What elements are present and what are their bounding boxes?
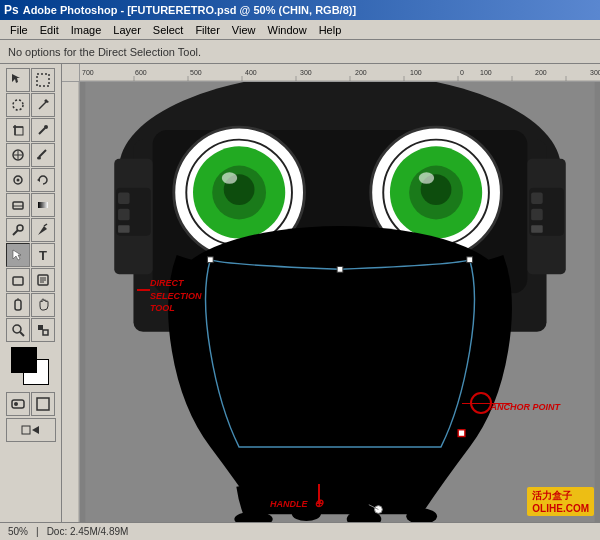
tool-heal[interactable]	[6, 143, 30, 167]
svg-rect-38	[37, 398, 49, 410]
tool-eraser[interactable]	[6, 193, 30, 217]
svg-rect-95	[118, 192, 130, 204]
canvas-area: 700 600 500 400 300 200 100 0 100 200 30…	[62, 64, 600, 522]
quick-mask[interactable]	[6, 392, 30, 416]
svg-text:600: 600	[135, 69, 147, 76]
menu-help[interactable]: Help	[313, 22, 348, 38]
svg-rect-97	[118, 225, 130, 233]
svg-rect-89	[337, 266, 343, 272]
tool-gradient[interactable]	[31, 193, 55, 217]
options-bar: No options for the Direct Selection Tool…	[0, 40, 600, 64]
menu-window[interactable]: Window	[262, 22, 313, 38]
tool-direct-select[interactable]	[6, 243, 30, 267]
svg-line-22	[13, 230, 18, 235]
tool-zoom[interactable]	[6, 318, 30, 342]
annotation-line-tool	[137, 289, 150, 291]
svg-rect-39	[22, 426, 30, 434]
svg-rect-1	[37, 74, 49, 86]
tool-eyedropper[interactable]	[31, 118, 55, 142]
svg-point-37	[14, 402, 18, 406]
tool-history-brush[interactable]	[31, 168, 55, 192]
svg-rect-88	[207, 257, 213, 263]
options-text: No options for the Direct Selection Tool…	[8, 46, 201, 58]
handle-annotation: HANDLE ⊕	[270, 497, 323, 510]
svg-line-13	[39, 150, 46, 157]
svg-text:100: 100	[410, 69, 422, 76]
svg-text:700: 700	[82, 69, 94, 76]
tool-hand[interactable]	[31, 293, 55, 317]
svg-point-2	[13, 100, 23, 110]
foreground-color[interactable]	[11, 347, 37, 373]
tool-crop[interactable]	[6, 118, 30, 142]
svg-line-3	[39, 102, 46, 109]
tool-eyedropper2[interactable]	[6, 293, 30, 317]
svg-marker-40	[32, 426, 39, 434]
menu-filter[interactable]: Filter	[189, 22, 225, 38]
svg-rect-90	[467, 257, 473, 263]
svg-rect-30	[15, 300, 21, 310]
canvas-container: DIRECTSELECTIONTOOL ANCHOR POINT HANDLE …	[80, 82, 600, 522]
svg-point-32	[13, 325, 21, 333]
menu-file[interactable]: File	[4, 22, 34, 38]
svg-rect-20	[38, 202, 48, 208]
tool-lasso[interactable]	[6, 93, 30, 117]
svg-point-71	[222, 172, 237, 184]
svg-point-16	[17, 179, 20, 182]
svg-line-23	[44, 224, 47, 226]
tool-dodge[interactable]	[6, 218, 30, 242]
menu-edit[interactable]: Edit	[34, 22, 65, 38]
tool-selection[interactable]	[31, 68, 55, 92]
tool-magic-wand[interactable]	[31, 93, 55, 117]
tool-notes[interactable]	[31, 268, 55, 292]
menu-select[interactable]: Select	[147, 22, 190, 38]
menu-view[interactable]: View	[226, 22, 262, 38]
tool-pen[interactable]	[31, 218, 55, 242]
svg-text:500: 500	[190, 69, 202, 76]
main-area: T	[0, 64, 600, 522]
svg-point-78	[419, 172, 434, 184]
title-text: Adobe Photoshop - [FUTURERETRO.psd @ 50%…	[23, 4, 356, 16]
anchor-point-line	[462, 403, 512, 405]
svg-rect-91	[458, 430, 465, 437]
svg-marker-0	[12, 74, 20, 83]
jump-to-imageready[interactable]	[6, 418, 56, 442]
tool-move[interactable]	[6, 68, 30, 92]
svg-rect-35	[43, 330, 48, 335]
svg-rect-7	[15, 127, 23, 135]
svg-text:400: 400	[245, 69, 257, 76]
color-swatches[interactable]	[7, 347, 55, 385]
svg-rect-25	[13, 277, 23, 285]
tool-text[interactable]: T	[31, 243, 55, 267]
app-icon: Ps	[4, 3, 19, 17]
svg-text:0: 0	[460, 69, 464, 76]
direct-selection-annotation: DIRECTSELECTIONTOOL	[150, 277, 202, 315]
svg-line-8	[39, 128, 45, 134]
svg-rect-100	[531, 209, 543, 221]
svg-rect-99	[531, 192, 543, 204]
svg-text:100: 100	[480, 69, 492, 76]
svg-point-9	[44, 125, 48, 129]
ruler-horizontal: 700 600 500 400 300 200 100 0 100 200 30…	[80, 64, 600, 82]
svg-text:200: 200	[355, 69, 367, 76]
tool-brush[interactable]	[31, 143, 55, 167]
toolbox: T	[0, 64, 62, 522]
ruler-corner	[62, 64, 80, 82]
menu-layer[interactable]: Layer	[107, 22, 147, 38]
title-bar: Ps Adobe Photoshop - [FUTURERETRO.psd @ …	[0, 0, 600, 20]
handle-line	[318, 484, 320, 504]
ruler-vertical	[62, 82, 80, 522]
svg-text:200: 200	[535, 69, 547, 76]
menu-bar: File Edit Image Layer Select Filter View…	[0, 20, 600, 40]
svg-rect-101	[531, 225, 543, 233]
svg-rect-96	[118, 209, 130, 221]
svg-text:300: 300	[590, 69, 600, 76]
zoom-level: 50%	[8, 526, 28, 537]
screen-mode[interactable]	[31, 392, 55, 416]
doc-size: Doc: 2.45M/4.89M	[47, 526, 129, 537]
svg-line-33	[20, 332, 24, 336]
tool-extra[interactable]	[31, 318, 55, 342]
svg-text:300: 300	[300, 69, 312, 76]
menu-image[interactable]: Image	[65, 22, 108, 38]
tool-shape[interactable]	[6, 268, 30, 292]
tool-clone[interactable]	[6, 168, 30, 192]
